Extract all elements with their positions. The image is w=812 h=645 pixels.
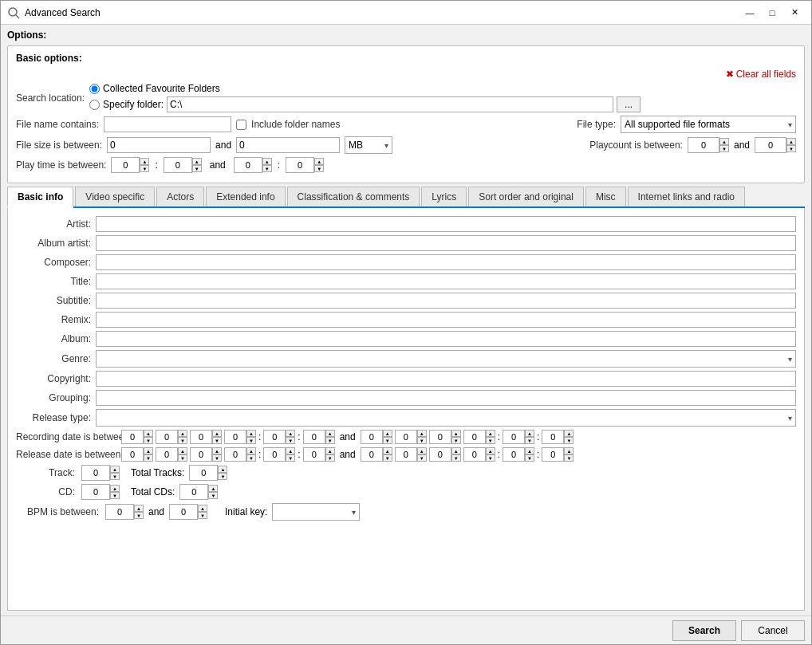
- total-cds-up[interactable]: ▲: [208, 485, 218, 492]
- ph1-up[interactable]: ▲: [140, 158, 149, 165]
- file-size-from[interactable]: [107, 137, 211, 153]
- rd-d2-up[interactable]: ▲: [451, 430, 461, 437]
- rl-mi1-down[interactable]: ▼: [325, 454, 335, 462]
- composer-input[interactable]: [96, 254, 796, 270]
- cd-down[interactable]: ▼: [110, 492, 120, 499]
- pm1-up[interactable]: ▲: [192, 158, 202, 165]
- playtime-h2-input[interactable]: [234, 157, 262, 173]
- pm1-down[interactable]: ▼: [192, 165, 202, 172]
- playtime-m1-input[interactable]: [164, 157, 192, 173]
- rd-m1-down[interactable]: ▼: [178, 437, 187, 444]
- genre-select[interactable]: ▾: [96, 350, 796, 368]
- tab-actors[interactable]: Actors: [156, 187, 204, 206]
- album-input[interactable]: [96, 331, 796, 347]
- playcount-to-input[interactable]: [755, 137, 786, 153]
- include-folders-checkbox[interactable]: [236, 120, 246, 130]
- title-input[interactable]: [96, 273, 796, 289]
- rl-x2-down[interactable]: ▼: [486, 454, 495, 462]
- rd-m1-up[interactable]: ▲: [178, 430, 187, 437]
- rl-x1-up[interactable]: ▲: [246, 447, 256, 454]
- file-type-select[interactable]: All supported file formats ▾: [621, 116, 796, 133]
- remix-input[interactable]: [96, 312, 796, 328]
- cd-input[interactable]: [81, 484, 110, 500]
- radio-specify[interactable]: [89, 100, 100, 110]
- cd-up[interactable]: ▲: [110, 485, 120, 492]
- rl-h2-up[interactable]: ▲: [525, 447, 534, 454]
- grouping-input[interactable]: [96, 390, 796, 406]
- rl-h2[interactable]: [503, 447, 525, 462]
- clear-all-button[interactable]: ✖ Clear all fields: [726, 69, 796, 80]
- rd-y1[interactable]: [121, 430, 144, 444]
- rd-m2[interactable]: [395, 430, 417, 444]
- total-cds-down[interactable]: ▼: [208, 492, 218, 499]
- bpm-from-up[interactable]: ▲: [134, 505, 144, 512]
- rl-h1-down[interactable]: ▼: [286, 454, 295, 462]
- rd-m2-down[interactable]: ▼: [417, 437, 427, 444]
- rd-mi2[interactable]: [542, 430, 564, 444]
- total-tracks-down[interactable]: ▼: [218, 473, 227, 480]
- tab-internet[interactable]: Internet links and radio: [628, 187, 745, 206]
- ph1-down[interactable]: ▼: [140, 165, 149, 172]
- rl-mi2-up[interactable]: ▲: [564, 447, 574, 454]
- rl-mi2[interactable]: [542, 447, 564, 462]
- rl-d1-down[interactable]: ▼: [212, 454, 222, 462]
- rd-m2-up[interactable]: ▲: [417, 430, 427, 437]
- ph2-down[interactable]: ▼: [262, 165, 272, 172]
- rl-x1-down[interactable]: ▼: [246, 454, 256, 462]
- filename-input[interactable]: [104, 116, 231, 132]
- rl-mi2-down[interactable]: ▼: [564, 454, 574, 462]
- artist-input[interactable]: [96, 216, 796, 232]
- bpm-to-input[interactable]: [169, 504, 198, 520]
- rl-y2-down[interactable]: ▼: [383, 454, 392, 462]
- track-input[interactable]: [81, 465, 110, 481]
- tab-video-specific[interactable]: Video specific: [75, 187, 155, 206]
- track-down[interactable]: ▼: [110, 473, 120, 480]
- playtime-h1-input[interactable]: [111, 157, 140, 173]
- close-button[interactable]: ✕: [784, 5, 805, 21]
- rl-d1-up[interactable]: ▲: [212, 447, 222, 454]
- rd-h1-down[interactable]: ▼: [286, 437, 295, 444]
- rl-x2[interactable]: [463, 447, 486, 462]
- rd-d1-down[interactable]: ▼: [212, 437, 222, 444]
- rd-mi2-up[interactable]: ▲: [564, 430, 574, 437]
- rd-h1[interactable]: [263, 430, 286, 444]
- tab-sort-order[interactable]: Sort order and original: [468, 187, 584, 206]
- rl-d2-down[interactable]: ▼: [451, 454, 461, 462]
- playcount-to-down[interactable]: ▼: [786, 145, 796, 152]
- rd-h1-up[interactable]: ▲: [286, 430, 295, 437]
- file-size-to[interactable]: [236, 137, 340, 153]
- album-artist-input[interactable]: [96, 235, 796, 251]
- bpm-to-up[interactable]: ▲: [198, 505, 207, 512]
- rl-m2[interactable]: [395, 447, 417, 462]
- rl-m1-up[interactable]: ▲: [178, 447, 187, 454]
- rl-m2-down[interactable]: ▼: [417, 454, 427, 462]
- browse-button[interactable]: ...: [617, 96, 641, 112]
- folder-input[interactable]: [167, 96, 613, 112]
- rl-m1[interactable]: [156, 447, 178, 462]
- rd-d2[interactable]: [429, 430, 451, 444]
- rd-h2-up[interactable]: ▲: [525, 430, 534, 437]
- rd-y2[interactable]: [361, 430, 383, 444]
- rd-x1-down[interactable]: ▼: [246, 437, 256, 444]
- minimize-button[interactable]: —: [739, 5, 760, 21]
- tab-basic-info[interactable]: Basic info: [7, 187, 73, 208]
- rd-h2-down[interactable]: ▼: [525, 437, 534, 444]
- rd-y1-down[interactable]: ▼: [144, 437, 153, 444]
- pm2-up[interactable]: ▲: [314, 158, 324, 165]
- rd-x2-up[interactable]: ▲: [486, 430, 495, 437]
- playcount-to-up[interactable]: ▲: [786, 138, 796, 145]
- rl-y1-down[interactable]: ▼: [144, 454, 153, 462]
- playcount-from-up[interactable]: ▲: [719, 138, 729, 145]
- rd-d2-down[interactable]: ▼: [451, 437, 461, 444]
- ph2-up[interactable]: ▲: [262, 158, 272, 165]
- rd-mi1[interactable]: [303, 430, 325, 444]
- bpm-to-down[interactable]: ▼: [198, 512, 207, 519]
- cancel-button[interactable]: Cancel: [741, 620, 805, 641]
- rd-x2[interactable]: [463, 430, 486, 444]
- rd-x2-down[interactable]: ▼: [486, 437, 495, 444]
- rl-y1[interactable]: [121, 447, 144, 462]
- maximize-button[interactable]: □: [762, 5, 782, 21]
- copyright-input[interactable]: [96, 371, 796, 387]
- tab-extended-info[interactable]: Extended info: [206, 187, 285, 206]
- rl-mi1-up[interactable]: ▲: [325, 447, 335, 454]
